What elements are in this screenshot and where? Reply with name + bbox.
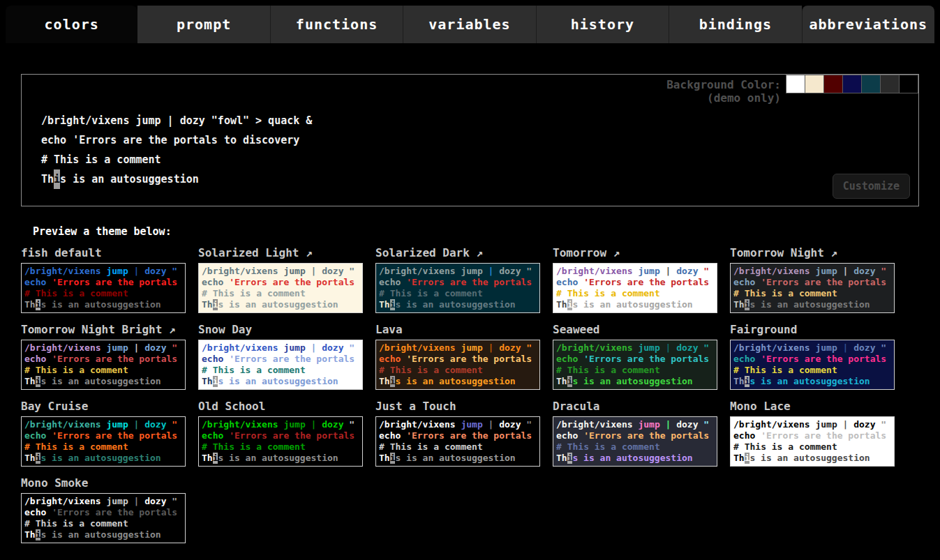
theme-card-tomorrow[interactable]: /bright/vixens jump | dozy "echo 'Errors… — [553, 263, 717, 313]
customize-button[interactable]: Customize — [833, 174, 910, 199]
preview-line-2: echo 'Errors are the portals to discover… — [41, 130, 918, 150]
preview-line-3: # This is a comment — [41, 150, 918, 169]
theme-card-bay-cruise[interactable]: /bright/vixens jump | dozy "echo 'Errors… — [21, 416, 186, 467]
theme-card-line-4: This is an autosuggestion — [733, 453, 891, 464]
theme-card-line-2: echo 'Errors are the portals to discover… — [202, 277, 359, 288]
theme-card-line-4: This is an autosuggestion — [733, 299, 891, 310]
theme-solarized-light: Solarized Light ↗/bright/vixens jump | d… — [198, 246, 363, 313]
theme-card-line-4: This is an autosuggestion — [379, 453, 537, 464]
theme-card-solarized-dark[interactable]: /bright/vixens jump | dozy "echo 'Errors… — [375, 263, 540, 313]
theme-card-line-2: echo 'Errors are the portals to discover… — [24, 430, 182, 441]
bg-swatch-3[interactable] — [842, 75, 862, 93]
themes-heading: Preview a theme below: — [33, 225, 919, 238]
theme-card-mono-lace[interactable]: /bright/vixens jump | dozy "echo 'Errors… — [730, 416, 895, 467]
preview-line-4: This is an autosuggestion — [41, 169, 918, 189]
tab-bar: colorspromptfunctionsvariableshistorybin… — [6, 6, 934, 43]
tab-variables[interactable]: variables — [403, 6, 535, 43]
theme-card-line-2: echo 'Errors are the portals to discover… — [379, 277, 537, 288]
theme-card-line-3: # This is a comment — [733, 288, 891, 299]
theme-title-tomorrow-night-bright[interactable]: Tomorrow Night Bright ↗ — [21, 323, 186, 340]
theme-card-fairground[interactable]: /bright/vixens jump | dozy "echo 'Errors… — [730, 340, 895, 390]
theme-card-line-3: # This is a comment — [733, 441, 891, 453]
theme-card-just-a-touch[interactable]: /bright/vixens jump | dozy "echo 'Errors… — [375, 416, 540, 467]
theme-card-line-3: # This is a comment — [202, 288, 359, 299]
theme-solarized-dark: Solarized Dark ↗/bright/vixens jump | do… — [375, 246, 540, 313]
theme-card-line-1: /bright/vixens jump | dozy " — [556, 266, 714, 277]
theme-title-dracula: Dracula — [553, 400, 717, 416]
bg-swatch-6[interactable] — [899, 75, 918, 93]
theme-title-solarized-light[interactable]: Solarized Light ↗ — [198, 246, 363, 263]
bg-swatch-5[interactable] — [880, 75, 900, 93]
theme-tomorrow: Tomorrow ↗/bright/vixens jump | dozy "ec… — [553, 246, 717, 313]
theme-card-line-2: echo 'Errors are the portals to discover… — [556, 354, 714, 365]
theme-snow-day: Snow Day/bright/vixens jump | dozy "echo… — [198, 323, 363, 390]
theme-card-line-3: # This is a comment — [556, 441, 714, 453]
theme-card-line-2: echo 'Errors are the portals to discover… — [24, 507, 182, 518]
theme-fish-default: fish default/bright/vixens jump | dozy "… — [21, 246, 186, 313]
theme-card-line-4: This is an autosuggestion — [24, 453, 182, 464]
theme-card-line-2: echo 'Errors are the portals to discover… — [202, 354, 359, 365]
bg-swatch-0[interactable] — [786, 75, 805, 93]
theme-card-line-3: # This is a comment — [24, 365, 182, 376]
theme-card-line-3: # This is a comment — [24, 441, 182, 453]
tab-prompt[interactable]: prompt — [137, 6, 269, 43]
theme-title-bay-cruise: Bay Cruise — [21, 400, 186, 416]
theme-card-mono-smoke[interactable]: /bright/vixens jump | dozy "echo 'Errors… — [21, 493, 186, 543]
background-color-picker: Background Color: (demo only) — [666, 75, 918, 105]
theme-card-line-2: echo 'Errors are the portals to discover… — [202, 430, 359, 441]
tab-bindings[interactable]: bindings — [669, 6, 801, 43]
theme-card-line-1: /bright/vixens jump | dozy " — [24, 266, 182, 277]
theme-title-lava: Lava — [375, 323, 540, 340]
theme-card-snow-day[interactable]: /bright/vixens jump | dozy "echo 'Errors… — [198, 340, 363, 390]
theme-card-fish-default[interactable]: /bright/vixens jump | dozy "echo 'Errors… — [21, 263, 186, 313]
background-color-label-line2: (demo only) — [666, 91, 781, 105]
theme-title-fish-default: fish default — [21, 246, 186, 263]
bg-swatch-2[interactable] — [823, 75, 843, 93]
theme-card-tomorrow-night[interactable]: /bright/vixens jump | dozy "echo 'Errors… — [730, 263, 895, 313]
theme-card-old-school[interactable]: /bright/vixens jump | dozy "echo 'Errors… — [198, 416, 363, 467]
tab-colors[interactable]: colors — [6, 6, 137, 43]
tab-abbreviations[interactable]: abbreviations — [802, 6, 934, 43]
theme-card-line-2: echo 'Errors are the portals to discover… — [24, 354, 182, 365]
theme-title-tomorrow[interactable]: Tomorrow ↗ — [553, 246, 717, 263]
theme-title-snow-day: Snow Day — [198, 323, 363, 340]
theme-dracula: Dracula/bright/vixens jump | dozy "echo … — [553, 400, 717, 467]
theme-card-solarized-light[interactable]: /bright/vixens jump | dozy "echo 'Errors… — [198, 263, 363, 313]
theme-title-tomorrow-night[interactable]: Tomorrow Night ↗ — [730, 246, 895, 263]
theme-card-line-2: echo 'Errors are the portals to discover… — [733, 430, 891, 441]
theme-tomorrow-night: Tomorrow Night ↗/bright/vixens jump | do… — [730, 246, 895, 313]
theme-mono-smoke: Mono Smoke/bright/vixens jump | dozy "ec… — [21, 476, 186, 543]
background-color-label: Background Color: (demo only) — [666, 78, 781, 105]
bg-swatch-1[interactable] — [805, 75, 824, 93]
theme-card-line-4: This is an autosuggestion — [379, 299, 537, 310]
tab-functions[interactable]: functions — [270, 6, 403, 43]
theme-card-line-4: This is an autosuggestion — [556, 299, 714, 310]
theme-card-line-2: echo 'Errors are the portals to discover… — [556, 430, 714, 441]
theme-card-line-3: # This is a comment — [379, 365, 537, 376]
theme-title-mono-lace: Mono Lace — [730, 400, 895, 416]
theme-card-line-4: This is an autosuggestion — [24, 529, 182, 540]
bg-swatch-4[interactable] — [861, 75, 881, 93]
theme-card-line-2: echo 'Errors are the portals to discover… — [24, 277, 182, 288]
theme-card-line-1: /bright/vixens jump | dozy " — [24, 496, 182, 507]
theme-card-line-1: /bright/vixens jump | dozy " — [379, 419, 537, 430]
theme-card-line-1: /bright/vixens jump | dozy " — [556, 342, 714, 354]
theme-card-lava[interactable]: /bright/vixens jump | dozy "echo 'Errors… — [375, 340, 540, 390]
theme-title-old-school: Old School — [198, 400, 363, 416]
theme-card-line-1: /bright/vixens jump | dozy " — [202, 342, 359, 354]
preview-line-1: /bright/vixens jump | dozy "fowl" > quac… — [41, 111, 918, 130]
theme-card-line-4: This is an autosuggestion — [24, 299, 182, 310]
colors-tab-content: Background Color: (demo only) /bright/vi… — [0, 74, 940, 553]
theme-card-line-3: # This is a comment — [556, 288, 714, 299]
tab-history[interactable]: history — [536, 6, 669, 43]
theme-card-line-4: This is an autosuggestion — [24, 376, 182, 387]
text-cursor-block: i — [54, 169, 60, 189]
theme-card-seaweed[interactable]: /bright/vixens jump | dozy "echo 'Errors… — [553, 340, 717, 390]
theme-card-dracula[interactable]: /bright/vixens jump | dozy "echo 'Errors… — [553, 416, 717, 467]
theme-card-line-3: # This is a comment — [556, 365, 714, 376]
theme-card-line-2: echo 'Errors are the portals to discover… — [733, 354, 891, 365]
theme-card-line-1: /bright/vixens jump | dozy " — [556, 419, 714, 430]
theme-title-solarized-dark[interactable]: Solarized Dark ↗ — [375, 246, 540, 263]
theme-card-tomorrow-night-bright[interactable]: /bright/vixens jump | dozy "echo 'Errors… — [21, 340, 186, 390]
theme-card-line-2: echo 'Errors are the portals to discover… — [733, 277, 891, 288]
